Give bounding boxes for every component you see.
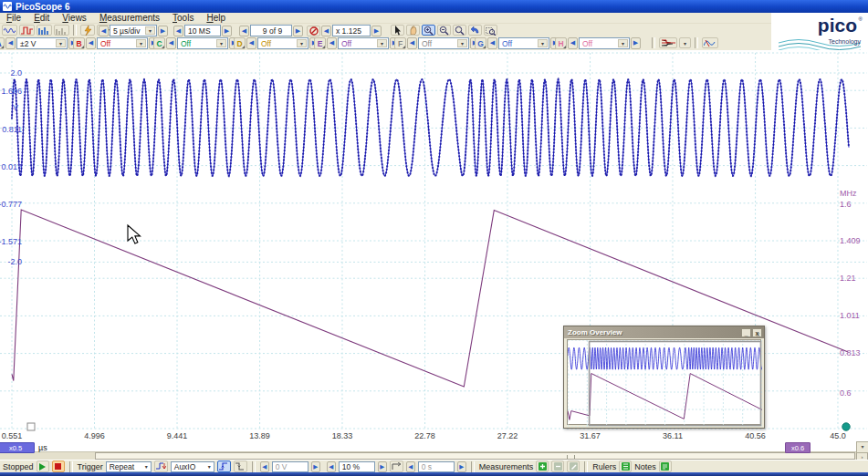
buffer-overview-icon[interactable] bbox=[307, 26, 320, 36]
undo-zoom-icon[interactable] bbox=[468, 25, 482, 36]
samples-field[interactable]: 10 MS bbox=[184, 25, 221, 36]
marquee-zoom-icon[interactable] bbox=[484, 25, 497, 36]
chevron-down-icon: ▾ bbox=[377, 39, 387, 47]
math-channels-icon[interactable] bbox=[702, 37, 718, 48]
axis-options-chevron[interactable]: ▾ bbox=[856, 441, 868, 453]
trigger-source-select[interactable]: AuxIO▾ bbox=[171, 461, 214, 472]
scrollbar-thumb[interactable] bbox=[95, 452, 855, 460]
trigger-marker[interactable] bbox=[27, 423, 35, 430]
channel-c-button[interactable]: C bbox=[153, 37, 165, 49]
samples-increase-button[interactable]: ▶ bbox=[222, 26, 232, 36]
falling-edge-icon[interactable] bbox=[234, 460, 247, 472]
channel-f-range-select[interactable]: Off▾ bbox=[418, 37, 469, 49]
capture-end-marker[interactable] bbox=[842, 423, 850, 430]
trigger-mode-select[interactable]: Repeat▾ bbox=[106, 461, 152, 472]
pan-tool-icon[interactable] bbox=[406, 25, 420, 36]
channel-d-range-select[interactable]: Off▾ bbox=[257, 37, 309, 49]
channel-c-range-prev[interactable]: ◀ bbox=[166, 37, 176, 49]
menu-views[interactable]: Views bbox=[56, 13, 93, 23]
menu-bar: FileEditViewsMeasurementsToolsHelp bbox=[0, 13, 868, 24]
persistence-mode-icon[interactable] bbox=[19, 25, 35, 36]
digital-channels-icon[interactable] bbox=[659, 37, 677, 48]
zoom-overview-title: Zoom Overview bbox=[568, 328, 622, 336]
zoom-overview-content[interactable] bbox=[567, 339, 761, 425]
menu-file[interactable]: File bbox=[0, 13, 27, 23]
edit-measurement-button[interactable] bbox=[567, 460, 580, 472]
buffer-position-field[interactable]: 9 of 9 bbox=[250, 25, 292, 36]
zoom-in-tool-icon[interactable] bbox=[422, 25, 435, 36]
zoom-overview-window[interactable]: Zoom Overview _ x bbox=[563, 326, 765, 429]
time-axis-scale-badge[interactable]: x0.5 bbox=[0, 442, 35, 453]
start-button[interactable] bbox=[37, 460, 49, 472]
samples-decrease-button[interactable]: ◀ bbox=[173, 26, 183, 36]
pretrigger-field[interactable]: 10 % bbox=[339, 461, 375, 472]
menu-help[interactable]: Help bbox=[200, 13, 232, 23]
channel-b-range-select[interactable]: Off▾ bbox=[97, 37, 148, 49]
close-button[interactable]: x bbox=[752, 328, 762, 337]
time-scrollbar[interactable]: › bbox=[0, 451, 868, 460]
channel-b-button[interactable]: B bbox=[73, 37, 85, 49]
window-title: PicoScope 6 bbox=[16, 2, 69, 12]
menu-edit[interactable]: Edit bbox=[27, 13, 56, 23]
svg-text:0.811: 0.811 bbox=[2, 125, 22, 134]
spectrum-mode-icon[interactable] bbox=[37, 25, 52, 36]
channel-g-button[interactable]: G bbox=[475, 37, 486, 49]
channel-f-range-prev[interactable]: ◀ bbox=[407, 37, 417, 49]
rulers-icon[interactable] bbox=[619, 460, 632, 472]
channel-b-range-prev[interactable]: ◀ bbox=[86, 37, 96, 49]
buffer-prev-button[interactable]: ◀ bbox=[239, 26, 249, 36]
rising-edge-icon[interactable] bbox=[217, 460, 231, 472]
zoom-full-tool-icon[interactable] bbox=[453, 25, 466, 36]
channel-h-range-prev[interactable]: ◀ bbox=[568, 37, 578, 49]
zoom-factor-field[interactable]: x 1.125 bbox=[332, 25, 371, 36]
notes-icon[interactable] bbox=[659, 460, 672, 472]
minimize-button[interactable]: _ bbox=[741, 328, 751, 337]
advanced-trigger-icon[interactable] bbox=[154, 460, 168, 472]
post-trigger-arrow-icon[interactable] bbox=[390, 460, 403, 472]
holdoff-increase[interactable]: ▶ bbox=[457, 461, 466, 472]
zoom-overview-titlebar[interactable]: Zoom Overview _ x bbox=[564, 326, 764, 338]
channel-d-range-prev[interactable]: ◀ bbox=[246, 37, 256, 49]
channel-h-button[interactable]: H bbox=[555, 37, 567, 49]
scope-mode-icon[interactable] bbox=[2, 25, 17, 36]
menu-tools[interactable]: Tools bbox=[166, 13, 200, 23]
chevron-down-icon: ▾ bbox=[136, 39, 146, 47]
holdoff-field[interactable]: 0 s bbox=[418, 461, 455, 472]
more-views-icon[interactable] bbox=[54, 25, 69, 36]
channel-a-range-prev[interactable]: ◀ bbox=[5, 37, 16, 49]
channel-g-range-select[interactable]: Off▾ bbox=[498, 37, 549, 49]
trigger-level-field[interactable]: 0 V bbox=[272, 461, 309, 472]
stop-button[interactable] bbox=[52, 460, 65, 472]
timebase-select[interactable]: 5 µs/div▾ bbox=[110, 25, 157, 36]
pointer-tool-icon[interactable] bbox=[391, 25, 404, 36]
pretrigger-decrease[interactable]: ◀ bbox=[327, 461, 336, 472]
timebase-increase-button[interactable]: ▶ bbox=[158, 26, 168, 36]
channel-c-range-select[interactable]: Off▾ bbox=[177, 37, 228, 49]
channel-f-button[interactable]: F bbox=[394, 37, 406, 49]
digital-channels-dropdown-icon[interactable]: ▾ bbox=[679, 37, 691, 48]
menu-measurements[interactable]: Measurements bbox=[93, 13, 166, 23]
channel-h-range-next[interactable]: ▶ bbox=[631, 37, 641, 49]
delete-measurement-button[interactable] bbox=[551, 460, 564, 472]
trigger-level-decrease[interactable]: ◀ bbox=[260, 461, 269, 472]
buffer-next-button[interactable]: ▶ bbox=[293, 26, 303, 36]
channel-e-button[interactable]: E bbox=[314, 37, 326, 49]
pretrigger-increase[interactable]: ▶ bbox=[378, 461, 387, 472]
channel-e-range-prev[interactable]: ◀ bbox=[327, 37, 337, 49]
signal-generator-icon[interactable] bbox=[80, 25, 95, 36]
zoom-increase-button[interactable]: ▶ bbox=[371, 26, 382, 36]
channel-h-range-select[interactable]: Off▾ bbox=[579, 37, 630, 49]
channel-a-range-select[interactable]: ±2 V▾ bbox=[16, 37, 68, 49]
right-axis-scale-badge[interactable]: x0.6 bbox=[785, 442, 810, 453]
holdoff-decrease[interactable]: ◀ bbox=[406, 461, 415, 472]
timebase-decrease-button[interactable]: ◀ bbox=[99, 26, 109, 36]
channel-a-button[interactable]: A bbox=[0, 37, 5, 49]
channel-d-button[interactable]: D bbox=[234, 37, 246, 49]
channel-g-range-prev[interactable]: ◀ bbox=[487, 37, 497, 49]
zoom-out-tool-icon[interactable] bbox=[437, 25, 451, 36]
trigger-level-increase[interactable]: ▶ bbox=[311, 461, 320, 472]
zoom-decrease-button[interactable]: ◀ bbox=[321, 26, 331, 36]
channel-e-range-select[interactable]: Off▾ bbox=[338, 37, 389, 49]
add-measurement-button[interactable] bbox=[536, 460, 549, 472]
title-bar[interactable]: PicoScope 6 bbox=[0, 0, 868, 13]
